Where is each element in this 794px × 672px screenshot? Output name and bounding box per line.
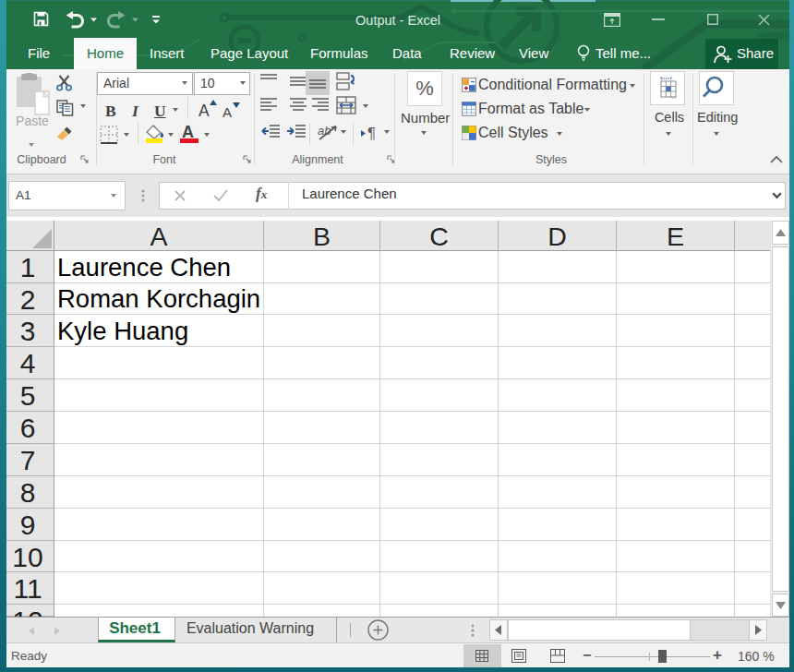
svg-text:¶: ¶	[367, 126, 376, 140]
